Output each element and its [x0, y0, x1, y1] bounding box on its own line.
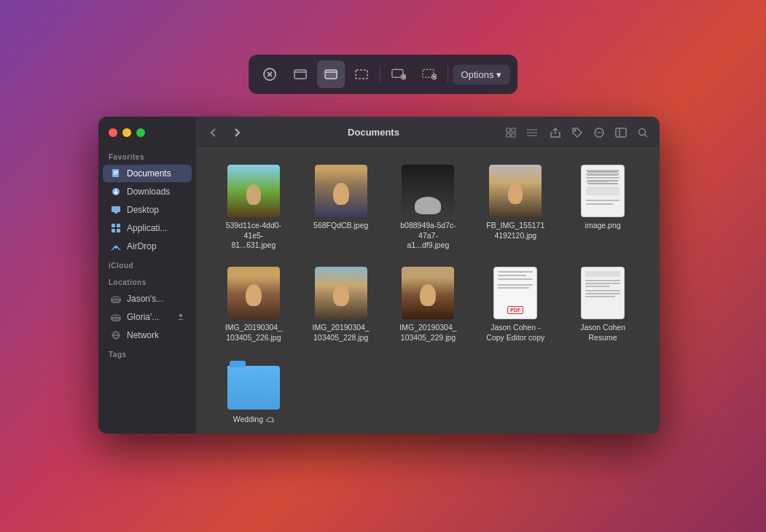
capture-window-button[interactable]	[317, 60, 345, 88]
sidebar-item-downloads[interactable]: Downloads	[103, 183, 192, 200]
file-thumbnail	[315, 165, 367, 217]
minimize-button[interactable]	[122, 128, 131, 137]
sidebar-airdrop-label: AirDrop	[127, 241, 157, 251]
file-item[interactable]: 539d11ce-4dd0-41e5-81...631.jpeg	[211, 160, 296, 255]
capture-selection-button[interactable]	[348, 60, 375, 88]
file-thumbnail	[577, 267, 629, 319]
file-thumbnail	[402, 267, 454, 319]
sidebar-documents-label: Documents	[127, 168, 171, 179]
toolbar-divider	[380, 66, 380, 83]
sidebar-item-network[interactable]: Network	[103, 326, 192, 344]
sidebar-glorias-label: Gloria'...	[127, 312, 159, 322]
svg-point-10	[402, 76, 405, 78]
icon-view-button[interactable]	[502, 125, 521, 141]
share-button[interactable]	[547, 125, 563, 141]
close-button[interactable]	[109, 128, 117, 137]
file-name: 539d11ce-4dd0-41e5-81...631.jpeg	[224, 221, 283, 251]
network-icon	[110, 329, 122, 341]
svg-point-49	[598, 132, 600, 133]
sidebar-item-desktop[interactable]: Desktop	[103, 201, 192, 219]
file-item[interactable]: 568FQdCB.jpeg	[299, 160, 383, 255]
sidebar-item-jasons[interactable]: Jason's...	[103, 290, 192, 308]
svg-point-35	[179, 314, 182, 317]
options-button[interactable]: Options ▾	[453, 65, 511, 85]
titlebar-actions	[502, 125, 651, 141]
file-name: Jason Cohen Resume	[574, 323, 632, 343]
downloads-icon	[110, 186, 122, 197]
file-item[interactable]: PDF Jason Cohen - Copy Editor copy	[473, 262, 558, 347]
search-button[interactable]	[635, 125, 651, 141]
svg-rect-39	[507, 128, 510, 132]
file-item[interactable]: Jason Cohen Resume	[560, 262, 645, 347]
close-capture-button[interactable]	[256, 60, 284, 88]
sidebar-item-documents[interactable]: Documents	[103, 165, 192, 182]
icloud-icon	[265, 415, 274, 424]
svg-rect-7	[356, 70, 367, 79]
sidebar-button[interactable]	[613, 125, 629, 141]
finder-window: Favorites Documents Downloads	[98, 117, 660, 434]
file-item[interactable]: image.png	[560, 160, 645, 255]
file-item[interactable]: IMG_20190304_103405_228.jpg	[299, 262, 383, 347]
sidebar-network-label: Network	[127, 330, 159, 340]
file-item[interactable]: IMG_20190304_103405_226.jpg	[211, 262, 296, 347]
svg-rect-23	[117, 224, 120, 227]
capture-screen-button[interactable]	[385, 60, 413, 88]
sidebar-item-airdrop[interactable]: AirDrop	[103, 238, 192, 255]
file-name: Wedding	[233, 415, 263, 425]
file-item[interactable]: Wedding	[211, 354, 296, 429]
list-view-button[interactable]	[523, 125, 542, 141]
file-name: IMG_20190304_103405_229.jpg	[399, 323, 457, 343]
airdrop-icon	[110, 240, 122, 252]
file-thumbnail	[402, 165, 454, 217]
svg-line-54	[645, 134, 648, 137]
drive2-icon	[110, 311, 122, 323]
drive-icon	[110, 293, 122, 305]
file-thumbnail	[227, 267, 280, 319]
svg-point-53	[639, 128, 646, 135]
favorites-section-label: Favorites	[98, 147, 196, 164]
file-item[interactable]: IMG_20190304_103405_229.jpg	[386, 262, 471, 347]
file-item[interactable]: FB_IMG_1551714192120.jpg	[473, 160, 558, 255]
documents-icon	[110, 168, 122, 179]
svg-rect-42	[512, 133, 515, 137]
sidebar-item-glorias[interactable]: Gloria'...	[103, 308, 192, 326]
file-name: b088949a-5d7c-47a7-a1...df9.jpeg	[399, 221, 457, 251]
toolbar-divider-2	[448, 66, 448, 83]
svg-rect-41	[507, 133, 510, 137]
svg-rect-40	[512, 128, 515, 132]
screenshot-toolbar: Options ▾	[249, 55, 518, 94]
file-thumbnail	[315, 267, 367, 319]
capture-window-outline-button[interactable]	[286, 60, 314, 88]
file-name: Jason Cohen - Copy Editor copy	[486, 323, 544, 343]
svg-point-34	[112, 317, 120, 321]
svg-point-30	[112, 299, 120, 303]
svg-point-13	[433, 76, 435, 78]
maximize-button[interactable]	[136, 128, 145, 137]
file-thumbnail	[227, 359, 280, 411]
file-thumbnail	[577, 165, 629, 217]
tag-button[interactable]	[569, 125, 585, 141]
svg-rect-22	[112, 224, 115, 227]
svg-rect-24	[112, 229, 115, 232]
capture-selection-circle-button[interactable]	[415, 60, 443, 88]
forward-button[interactable]	[229, 125, 245, 141]
sidebar-jasons-label: Jason's...	[127, 294, 163, 304]
finder-titlebar: Documents	[197, 117, 660, 149]
svg-point-50	[601, 132, 602, 133]
options-chevron-icon: ▾	[496, 69, 501, 80]
file-thumbnail	[489, 165, 542, 217]
svg-point-46	[574, 130, 576, 131]
file-item[interactable]: b088949a-5d7c-47a7-a1...df9.jpeg	[386, 160, 471, 255]
svg-point-48	[596, 132, 598, 133]
file-name: 568FQdCB.jpeg	[313, 221, 368, 231]
back-button[interactable]	[206, 125, 222, 141]
more-button[interactable]	[591, 125, 607, 141]
svg-rect-5	[325, 70, 337, 79]
sidebar-item-applications[interactable]: Applicati...	[103, 219, 192, 237]
shared-icon	[177, 313, 184, 321]
traffic-lights	[98, 124, 196, 147]
tags-section-label: Tags	[98, 345, 196, 361]
file-thumbnail: PDF	[489, 267, 542, 319]
finder-main-content: Documents	[197, 117, 660, 434]
svg-rect-3	[294, 70, 306, 79]
